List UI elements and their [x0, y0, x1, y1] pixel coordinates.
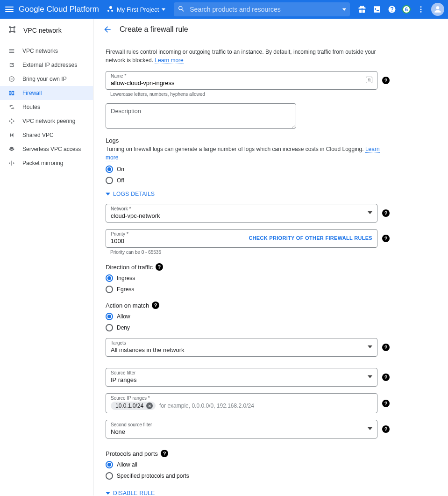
gift-icon[interactable]: [357, 5, 367, 14]
chip-remove-icon[interactable]: ✕: [146, 403, 153, 409]
learn-more-link[interactable]: Learn more: [155, 57, 183, 64]
search-input[interactable]: [190, 6, 338, 13]
source-ip-ranges-input[interactable]: Source IP ranges * 10.0.1.0/24 ✕ for exa…: [106, 393, 377, 413]
action-heading-label: Action on match: [106, 302, 149, 309]
cloud-shell-icon[interactable]: [372, 5, 382, 14]
content: Create a firewall rule Firewall rules co…: [93, 19, 448, 496]
action-deny-radio[interactable]: Deny: [106, 324, 390, 331]
sidebar-item-firewall[interactable]: Firewall: [0, 86, 93, 100]
protocols-allow-all-radio[interactable]: Allow all: [106, 461, 390, 468]
source-filter-help-icon[interactable]: ?: [382, 374, 390, 381]
radio-icon: [106, 472, 113, 480]
name-input[interactable]: [111, 79, 361, 86]
logs-desc: Turning on firewall logs can generate a …: [106, 145, 390, 162]
source-filter-value: IP ranges: [111, 376, 363, 383]
sidebar-item-vpc-networks[interactable]: VPC networks: [0, 44, 93, 58]
action-allow-radio[interactable]: Allow: [106, 313, 390, 320]
name-suffix-icon[interactable]: ⎘: [366, 77, 372, 83]
network-field-block: Network * cloud-vpc-network ?: [106, 204, 390, 223]
targets-value: All instances in the network: [111, 346, 363, 353]
logs-details-expander[interactable]: LOGS DETAILS: [106, 191, 390, 197]
network-value: cloud-vpc-network: [111, 212, 363, 219]
second-filter-label: Second source filter: [111, 422, 363, 427]
sidebar-item-label: Shared VPC: [22, 132, 54, 138]
notification-badge[interactable]: 6: [402, 5, 411, 14]
project-picker[interactable]: My First Project: [103, 4, 170, 15]
chevron-down-icon: [162, 8, 165, 11]
back-arrow-icon[interactable]: [103, 25, 112, 34]
chip-label: 10.0.1.0/24: [115, 403, 143, 409]
search-icon: [178, 5, 185, 14]
priority-field-block: Priority * CHECK PRIORITY OF OTHER FIREW…: [106, 229, 390, 255]
source-filter-label: Source filter: [111, 370, 363, 375]
sidebar-title-label: VPC network: [23, 27, 62, 34]
second-filter-value: None: [111, 428, 363, 435]
disable-rule-expander[interactable]: DISABLE RULE: [106, 490, 390, 496]
help-icon[interactable]: [387, 5, 397, 14]
sidebar-item-label: Packet mirroring: [22, 160, 63, 166]
expander-label: LOGS DETAILS: [113, 191, 155, 197]
network-select[interactable]: Network * cloud-vpc-network: [106, 204, 377, 223]
sidebar-item-peering[interactable]: VPC network peering: [0, 114, 93, 128]
more-icon[interactable]: [416, 5, 426, 14]
sidebar-item-shared-vpc[interactable]: Shared VPC: [0, 128, 93, 142]
second-filter-select[interactable]: Second source filter None: [106, 420, 377, 438]
sidebar-item-routes[interactable]: Routes: [0, 100, 93, 114]
search-chevron-down-icon[interactable]: [342, 8, 346, 11]
radio-label: Egress: [117, 286, 134, 293]
radio-icon: [106, 274, 113, 282]
network-help-icon[interactable]: ?: [382, 209, 390, 217]
action-help-icon[interactable]: ?: [152, 302, 159, 309]
direction-ingress-radio[interactable]: Ingress: [106, 274, 390, 282]
protocols-help-icon[interactable]: ?: [161, 450, 168, 457]
expander-label: DISABLE RULE: [113, 490, 155, 496]
vpc-network-icon: [7, 25, 17, 36]
sidebar-item-label: Serverless VPC access: [22, 146, 81, 152]
name-field[interactable]: Name * ⎘: [106, 71, 377, 90]
priority-label: Priority *: [111, 231, 244, 237]
name-help-icon[interactable]: ?: [382, 77, 390, 84]
priority-field[interactable]: Priority * CHECK PRIORITY OF OTHER FIREW…: [106, 229, 377, 248]
byoip-icon: [7, 76, 16, 82]
direction-help-icon[interactable]: ?: [156, 263, 163, 271]
sidebar-item-byoip[interactable]: Bring your own IP: [0, 72, 93, 86]
targets-help-icon[interactable]: ?: [382, 344, 390, 351]
direction-egress-radio[interactable]: Egress: [106, 286, 390, 293]
project-name: My First Project: [117, 6, 159, 13]
radio-icon: [106, 461, 113, 468]
sidebar-item-label: Firewall: [22, 90, 42, 96]
avatar[interactable]: [431, 3, 444, 16]
source-filter-select[interactable]: Source filter IP ranges: [106, 368, 377, 387]
dropdown-icon: [368, 211, 372, 214]
priority-help-icon[interactable]: ?: [382, 235, 390, 242]
logs-off-radio[interactable]: Off: [106, 177, 390, 184]
radio-label: Specified protocols and ports: [117, 473, 189, 479]
description-input[interactable]: Description: [106, 103, 296, 129]
action-heading: Action on match ?: [106, 302, 390, 309]
search-bar[interactable]: [174, 2, 350, 16]
radio-label: Off: [117, 177, 124, 184]
radio-label: On: [117, 166, 124, 173]
direction-heading-label: Direction of traffic: [106, 264, 153, 271]
sidebar-item-serverless[interactable]: Serverless VPC access: [0, 142, 93, 156]
targets-label: Targets: [111, 340, 363, 345]
firewall-icon: [7, 90, 16, 96]
sidebar-items: VPC networks External IP addresses Bring…: [0, 41, 93, 170]
source-ip-help-icon[interactable]: ?: [382, 400, 390, 407]
sidebar-item-external-ip[interactable]: External IP addresses: [0, 58, 93, 72]
priority-input[interactable]: [111, 237, 148, 244]
intro-text: Firewall rules control incoming or outgo…: [106, 48, 390, 65]
sidebar-item-packet-mirroring[interactable]: Packet mirroring: [0, 156, 93, 170]
name-label: Name *: [111, 73, 361, 79]
name-helper: Lowercase letters, numbers, hyphens allo…: [110, 92, 390, 97]
targets-select[interactable]: Targets All instances in the network: [106, 338, 377, 357]
logs-on-radio[interactable]: On: [106, 165, 390, 173]
intro-body: Firewall rules control incoming or outgo…: [106, 49, 376, 64]
second-filter-help-icon[interactable]: ?: [382, 425, 390, 433]
protocols-specified-radio[interactable]: Specified protocols and ports: [106, 472, 390, 480]
sidebar-item-label: VPC network peering: [22, 118, 75, 124]
priority-check-link[interactable]: CHECK PRIORITY OF OTHER FIREWALL RULES: [249, 235, 372, 241]
radio-icon: [106, 165, 113, 173]
second-filter-field-block: Second source filter None ?: [106, 420, 390, 438]
menu-icon[interactable]: [4, 4, 15, 15]
